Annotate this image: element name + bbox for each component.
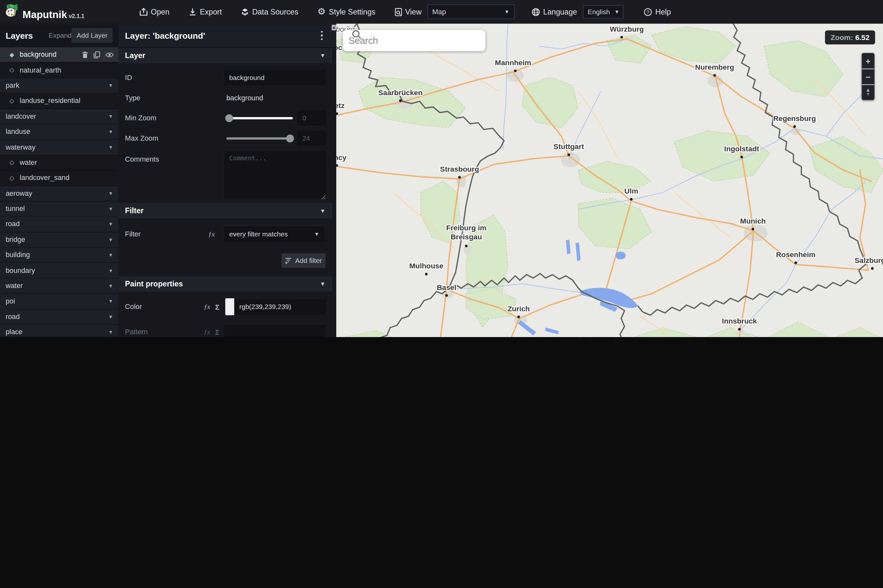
layer-label: road bbox=[6, 220, 20, 228]
globe-icon bbox=[531, 8, 540, 16]
fx-icon[interactable]: ƒx bbox=[209, 230, 215, 238]
chevron-down-icon: ▼ bbox=[320, 52, 325, 58]
layer-list-item-boundary[interactable]: boundary▼ bbox=[0, 263, 118, 279]
visibility-icon[interactable] bbox=[105, 52, 114, 58]
filter-combinator-select[interactable]: every filter matches▼ bbox=[224, 226, 324, 242]
map-city-label: Würzburg bbox=[610, 25, 644, 33]
help-button[interactable]: ? Help bbox=[644, 8, 671, 16]
id-input[interactable] bbox=[224, 70, 325, 85]
layer-label: water bbox=[6, 282, 23, 290]
layer-list-item-place[interactable]: place▼ bbox=[0, 325, 118, 337]
layer-list: ◆background◇natural_earthpark▼◇landuse_r… bbox=[0, 47, 118, 337]
chevron-down-icon: ▼ bbox=[108, 252, 113, 258]
view-mode-select[interactable]: Map▼ bbox=[427, 4, 514, 19]
chevron-down-icon: ▼ bbox=[108, 190, 113, 196]
fx-icon[interactable]: ƒx bbox=[204, 328, 210, 336]
layer-list-item-park[interactable]: park▼ bbox=[0, 78, 118, 93]
svg-text:?: ? bbox=[646, 9, 649, 15]
fx-icon[interactable]: ƒx bbox=[204, 303, 210, 311]
chevron-down-icon: ▼ bbox=[108, 268, 113, 273]
delete-layer-icon[interactable] bbox=[82, 51, 89, 58]
diamond-icon: ◇ bbox=[8, 98, 17, 105]
section-layer-header[interactable]: Layer▼ bbox=[118, 48, 332, 63]
section-paint-header[interactable]: Paint properties▼ bbox=[118, 276, 332, 292]
resize-grip[interactable] bbox=[321, 195, 326, 200]
panel-scrollbar[interactable]: ▲ ▼ bbox=[332, 24, 336, 337]
scroll-up-icon[interactable]: ▲ bbox=[332, 25, 336, 30]
view-button[interactable]: View bbox=[394, 8, 422, 16]
layer-list-item-waterway[interactable]: waterway▼ bbox=[0, 140, 118, 155]
layer-list-item-water[interactable]: ◇water bbox=[0, 155, 118, 171]
zoom-out-button[interactable]: − bbox=[862, 69, 875, 84]
comments-label: Comments bbox=[125, 156, 159, 163]
layer-list-item-landcover_sand[interactable]: ◇landcover_sand bbox=[0, 171, 118, 186]
layer-list-item-landcover[interactable]: landcover▼ bbox=[0, 109, 118, 124]
export-button[interactable]: Export bbox=[188, 8, 222, 16]
map-canvas[interactable]: WürzburgMannheimNurembergSaarbrückenRege… bbox=[336, 24, 883, 337]
chevron-down-icon: ▼ bbox=[614, 9, 620, 15]
map-city-dot bbox=[713, 74, 716, 77]
layer-list-item-landuse_residential[interactable]: ◇landuse_residential bbox=[0, 93, 118, 109]
layer-label: landuse_residential bbox=[20, 97, 80, 105]
layer-list-item-background[interactable]: ◆background bbox=[0, 47, 118, 63]
max-zoom-input[interactable] bbox=[297, 130, 327, 146]
layer-list-item-natural_earth[interactable]: ◇natural_earth bbox=[0, 63, 118, 78]
layer-list-item-tunnel[interactable]: tunnel▼ bbox=[0, 202, 118, 217]
layer-list-item-landuse[interactable]: landuse▼ bbox=[0, 124, 118, 140]
layer-list-item-building[interactable]: building▼ bbox=[0, 248, 118, 263]
map-city-label: Salzburg bbox=[854, 256, 883, 264]
language-select[interactable]: English▼ bbox=[583, 5, 623, 19]
map-city-label: Basel bbox=[437, 283, 457, 292]
compass-button[interactable]: ▲▼ bbox=[862, 84, 875, 100]
data-sources-icon bbox=[241, 8, 249, 15]
layer-label: landuse bbox=[6, 128, 30, 135]
layer-label: boundary bbox=[6, 266, 35, 274]
layer-list-item-bridge[interactable]: bridge▼ bbox=[0, 232, 118, 248]
chevron-down-icon: ▼ bbox=[108, 222, 113, 227]
add-filter-icon bbox=[285, 257, 292, 264]
section-filter-header[interactable]: Filter▼ bbox=[118, 203, 332, 218]
chevron-down-icon: ▼ bbox=[505, 9, 510, 15]
color-input[interactable] bbox=[234, 299, 327, 314]
comments-textarea[interactable] bbox=[224, 151, 327, 198]
search-icon bbox=[352, 30, 362, 39]
add-layer-button[interactable]: Add Layer bbox=[72, 28, 113, 43]
min-zoom-input[interactable] bbox=[297, 110, 327, 126]
open-button[interactable]: Open bbox=[140, 8, 170, 16]
map-city-dot bbox=[465, 245, 468, 248]
data-sources-button[interactable]: Data Sources bbox=[241, 8, 299, 16]
add-filter-button[interactable]: Add filter bbox=[281, 253, 325, 268]
layers-sidebar: Layers Expand Add Layer ◆background◇natu… bbox=[0, 24, 118, 337]
layer-label: landcover bbox=[6, 112, 36, 120]
map-controls: + − ▲▼ bbox=[862, 53, 875, 100]
max-zoom-slider[interactable] bbox=[226, 137, 293, 140]
layer-list-item-poi[interactable]: poi▼ bbox=[0, 294, 118, 309]
id-label: ID bbox=[125, 74, 132, 81]
map-city-label: Mannheim bbox=[495, 58, 531, 67]
type-label: Type bbox=[125, 94, 140, 102]
zoom-in-button[interactable]: + bbox=[862, 53, 875, 69]
map-view[interactable]: WürzburgMannheimNurembergSaarbrückenRege… bbox=[336, 24, 883, 337]
layer-list-item-water[interactable]: water▼ bbox=[0, 278, 118, 294]
min-zoom-slider[interactable] bbox=[226, 117, 293, 119]
pattern-input[interactable] bbox=[224, 324, 325, 337]
language-button[interactable]: Language bbox=[531, 8, 577, 16]
pattern-label: Pattern bbox=[125, 328, 147, 336]
color-label: Color bbox=[125, 303, 142, 310]
layer-label: landcover_sand bbox=[20, 174, 69, 182]
layer-list-item-aeroway[interactable]: aeroway▼ bbox=[0, 186, 118, 202]
layer-list-item-road[interactable]: road▼ bbox=[0, 309, 118, 325]
chevron-down-icon: ▼ bbox=[108, 298, 113, 304]
sigma-icon[interactable]: Σ bbox=[215, 303, 220, 311]
style-settings-button[interactable]: ⚙ Style Settings bbox=[318, 8, 375, 16]
map-city-dot bbox=[445, 294, 448, 297]
color-swatch[interactable] bbox=[225, 298, 234, 315]
layer-label: aeroway bbox=[6, 190, 32, 197]
layer-menu-button[interactable] bbox=[321, 31, 323, 40]
expand-button[interactable]: Expand bbox=[49, 32, 72, 39]
layer-list-item-road[interactable]: road▼ bbox=[0, 217, 118, 232]
duplicate-layer-icon[interactable] bbox=[94, 51, 101, 58]
sigma-icon[interactable]: Σ bbox=[215, 328, 220, 336]
map-search-box[interactable]: Search bbox=[343, 30, 485, 51]
zoom-level-badge: Zoom:6.52 bbox=[825, 30, 875, 45]
